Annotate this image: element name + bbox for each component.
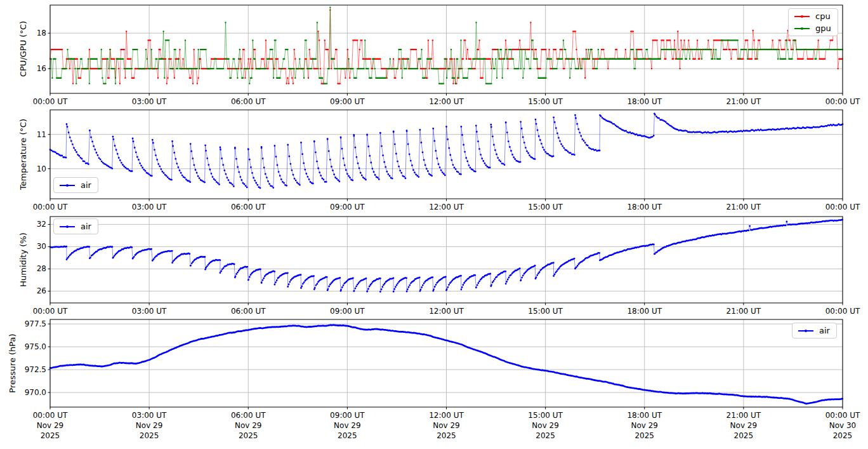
legend-entry-air-press: air [798,326,830,335]
svg-text:18:00 UT: 18:00 UT [627,97,662,106]
svg-text:30: 30 [37,242,46,251]
svg-text:18:00 UT: 18:00 UT [627,307,662,316]
svg-text:Nov 29: Nov 29 [235,421,262,430]
ylabel-temperature: Temperature (°C) [18,119,28,190]
svg-text:Nov 29: Nov 29 [730,421,758,430]
legend-entry-air-hum: air [60,222,91,231]
legend-cpu-gpu: cpu gpu [788,8,838,36]
svg-text:2025: 2025 [41,431,60,440]
svg-text:15:00 UT: 15:00 UT [528,97,563,106]
svg-text:2025: 2025 [239,431,258,440]
svg-text:21:00 UT: 21:00 UT [727,203,761,211]
svg-text:00:00 UT: 00:00 UT [33,411,68,420]
svg-text:Nov 29: Nov 29 [136,421,163,430]
svg-text:2025: 2025 [338,431,357,440]
svg-text:15:00 UT: 15:00 UT [528,411,563,420]
svg-text:15:00 UT: 15:00 UT [528,203,563,211]
svg-text:2025: 2025 [734,431,754,440]
svg-text:2025: 2025 [635,431,654,440]
legend-label-air-hum: air [81,222,91,231]
svg-text:18: 18 [37,29,46,37]
legend-humidity-air: air [53,218,98,234]
svg-text:26: 26 [37,286,46,295]
svg-text:12:00 UT: 12:00 UT [429,203,464,211]
svg-text:18:00 UT: 18:00 UT [627,203,662,211]
svg-text:06:00 UT: 06:00 UT [231,97,266,106]
legend-pressure-air: air [792,323,837,338]
gpu-line-sample [794,28,810,29]
svg-text:972.5: 972.5 [25,365,46,374]
svg-text:03:00 UT: 03:00 UT [132,411,167,420]
svg-text:18:00 UT: 18:00 UT [627,411,662,420]
legend-label-air-press: air [819,326,830,335]
legend-label-gpu: gpu [815,24,831,32]
svg-text:03:00 UT: 03:00 UT [132,203,167,211]
svg-text:16: 16 [37,64,46,73]
svg-text:2025: 2025 [437,431,456,440]
svg-text:09:00 UT: 09:00 UT [330,97,365,106]
svg-text:06:00 UT: 06:00 UT [231,203,266,211]
legend-temperature-air: air [53,177,98,193]
svg-text:Nov 30: Nov 30 [829,421,857,430]
ylabel-humidity: Humidity (%) [18,232,28,287]
gpu-marker-icon [801,27,803,30]
air-line-sample [60,185,75,186]
svg-text:2025: 2025 [140,431,159,440]
svg-text:00:00 UT: 00:00 UT [33,97,68,106]
svg-text:10: 10 [37,164,46,173]
svg-text:21:00 UT: 21:00 UT [727,97,761,106]
svg-text:11: 11 [37,130,46,139]
svg-text:03:00 UT: 03:00 UT [132,307,167,316]
svg-text:975.0: 975.0 [25,342,46,351]
svg-text:977.5: 977.5 [25,319,46,328]
svg-text:Nov 29: Nov 29 [37,421,64,430]
figure: 161800:00 UT03:00 UT06:00 UT09:00 UT12:0… [0,0,868,449]
ylabel-cpu-gpu: CPU/GPU (°C) [18,21,28,77]
cpu-marker-icon [801,15,803,18]
svg-text:09:00 UT: 09:00 UT [330,307,365,316]
svg-text:00:00 UT: 00:00 UT [825,97,860,106]
legend-entry-cpu: cpu [794,12,831,20]
legend-label-cpu: cpu [815,12,831,20]
svg-text:Nov 29: Nov 29 [532,421,559,430]
svg-text:00:00 UT: 00:00 UT [33,203,68,211]
svg-text:21:00 UT: 21:00 UT [727,411,761,420]
svg-text:09:00 UT: 09:00 UT [330,203,365,211]
svg-text:00:00 UT: 00:00 UT [33,307,68,316]
svg-text:Nov 29: Nov 29 [631,421,658,430]
svg-text:Nov 29: Nov 29 [334,421,361,430]
svg-text:2025: 2025 [833,431,853,440]
svg-text:00:00 UT: 00:00 UT [825,411,860,420]
svg-text:15:00 UT: 15:00 UT [528,307,563,316]
cpu-line-sample [794,16,810,17]
svg-text:12:00 UT: 12:00 UT [429,307,464,316]
svg-text:21:00 UT: 21:00 UT [727,307,761,316]
svg-text:12:00 UT: 12:00 UT [429,411,464,420]
svg-text:06:00 UT: 06:00 UT [231,411,266,420]
svg-text:03:00 UT: 03:00 UT [132,97,167,106]
svg-text:06:00 UT: 06:00 UT [231,307,266,316]
svg-text:28: 28 [37,264,46,273]
legend-entry-gpu: gpu [794,24,831,32]
plots-canvas: 161800:00 UT03:00 UT06:00 UT09:00 UT12:0… [0,0,868,449]
air-marker-icon [66,184,69,187]
svg-text:09:00 UT: 09:00 UT [330,411,365,420]
svg-text:32: 32 [37,220,46,229]
svg-text:00:00 UT: 00:00 UT [825,307,860,316]
legend-entry-air-temp: air [60,181,91,189]
air-marker-icon [66,225,69,228]
legend-label-air-temp: air [81,181,91,189]
svg-text:Nov 29: Nov 29 [433,421,460,430]
svg-text:970.0: 970.0 [25,388,46,397]
svg-text:2025: 2025 [536,431,555,440]
ylabel-pressure: Pressure (hPa) [8,333,17,392]
air-line-sample [60,226,75,227]
svg-text:00:00 UT: 00:00 UT [825,203,860,211]
air-marker-icon [805,330,807,332]
air-line-sample [798,330,813,332]
svg-text:12:00 UT: 12:00 UT [429,97,464,106]
